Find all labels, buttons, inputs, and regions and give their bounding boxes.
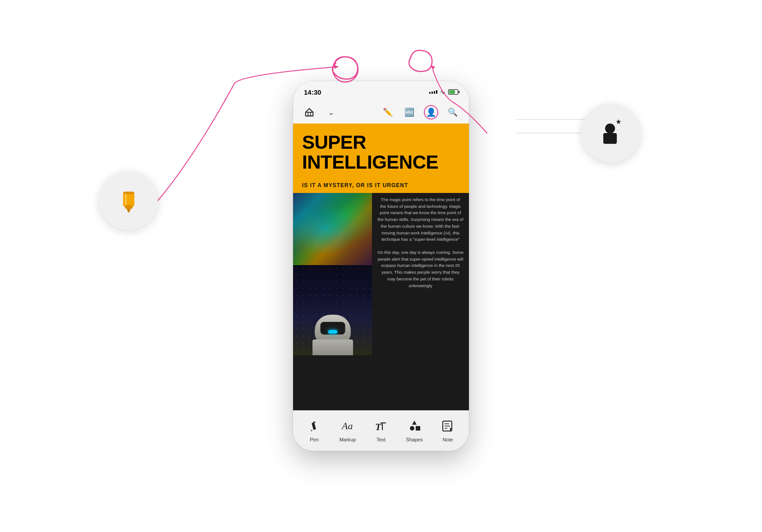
note-icon [440, 418, 456, 434]
toolbar-shapes[interactable]: Shapes [401, 418, 428, 442]
nebula-image [293, 193, 372, 265]
robot-glow [328, 330, 337, 334]
toolbar-markup[interactable]: Aa Markup [334, 418, 361, 442]
status-icons: ∿ [429, 88, 458, 96]
svg-text:Aa: Aa [341, 420, 353, 431]
article-images [293, 193, 372, 355]
text-label: Text [376, 437, 386, 442]
article-body: The magic point refers to the time point… [293, 193, 469, 355]
chevron-down-icon: ⌄ [328, 107, 335, 117]
phone-frame: 14:30 ∿ ⌄ [293, 81, 469, 451]
article-title: SUPER INTELLIGENCE [302, 133, 460, 172]
nav-user-button[interactable]: 👤 [424, 105, 438, 119]
toolbar-pen[interactable]: Pen [301, 418, 328, 442]
svg-marker-8 [412, 421, 417, 425]
pen-icon [306, 418, 322, 434]
article-text-area: The magic point refers to the time point… [372, 193, 469, 355]
svg-point-24 [333, 57, 358, 82]
robot-image [293, 265, 372, 355]
nav-translate-button[interactable]: 🔤 [402, 105, 417, 119]
nav-home-button[interactable] [302, 105, 317, 119]
svg-rect-10 [416, 426, 420, 431]
markup-icon: Aa [340, 418, 356, 434]
svg-rect-0 [306, 112, 313, 116]
svg-marker-23 [616, 119, 621, 124]
status-bar: 14:30 ∿ [293, 81, 469, 101]
svg-point-22 [605, 124, 615, 133]
svg-rect-17 [125, 205, 133, 209]
shapes-icon [406, 418, 422, 434]
wifi-icon: ∿ [440, 88, 445, 96]
highlighter-float-icon [114, 186, 143, 216]
search-icon: 🔍 [448, 107, 458, 117]
battery-fill [449, 90, 455, 94]
svg-point-9 [410, 426, 414, 431]
article-paragraph-2: On this day, one day is always coming. S… [377, 249, 464, 289]
nav-chevron-button[interactable]: ⌄ [324, 105, 338, 119]
shapes-label: Shapes [406, 437, 422, 442]
pen-label: Pen [310, 437, 319, 442]
article-header: SUPER INTELLIGENCE [293, 124, 469, 182]
svg-rect-2 [312, 422, 316, 430]
bottom-toolbar: Pen Aa Markup T Text [293, 410, 469, 451]
content-area: SUPER INTELLIGENCE IS IT A MYSTERY, OR I… [293, 124, 469, 410]
toolbar-note[interactable]: Note [434, 418, 461, 442]
signal-icon [429, 90, 437, 94]
markup-label: Markup [340, 437, 356, 442]
note-label: Note [442, 437, 453, 442]
svg-marker-26 [431, 65, 435, 70]
article-subtitle: IS IT A MYSTERY, OR IS IT URGENT [293, 182, 469, 193]
translate-icon: 🔤 [404, 107, 414, 117]
svg-marker-18 [127, 209, 131, 212]
user-star-float-icon [595, 117, 627, 149]
nav-highlighter-button[interactable]: ✏️ [381, 105, 395, 119]
svg-rect-21 [603, 133, 617, 144]
user-nav-icon: 👤 [426, 107, 436, 117]
svg-marker-25 [334, 64, 338, 69]
svg-rect-19 [123, 192, 134, 194]
svg-marker-1 [311, 430, 312, 431]
robot-chest [312, 339, 353, 355]
toolbar-text[interactable]: T Text [367, 418, 395, 442]
nav-search-button[interactable]: 🔍 [445, 105, 460, 119]
highlighter-nav-icon: ✏️ [383, 107, 393, 117]
float-highlighter-circle [99, 171, 158, 230]
status-time: 14:30 [304, 88, 321, 96]
text-icon: T [373, 418, 389, 434]
battery-icon [448, 89, 458, 95]
float-user-circle [582, 104, 640, 162]
article-paragraph-1: The magic point refers to the time point… [377, 197, 464, 243]
svg-rect-20 [125, 193, 127, 205]
nav-bar: ⌄ ✏️ 🔤 👤 🔍 [293, 101, 469, 124]
